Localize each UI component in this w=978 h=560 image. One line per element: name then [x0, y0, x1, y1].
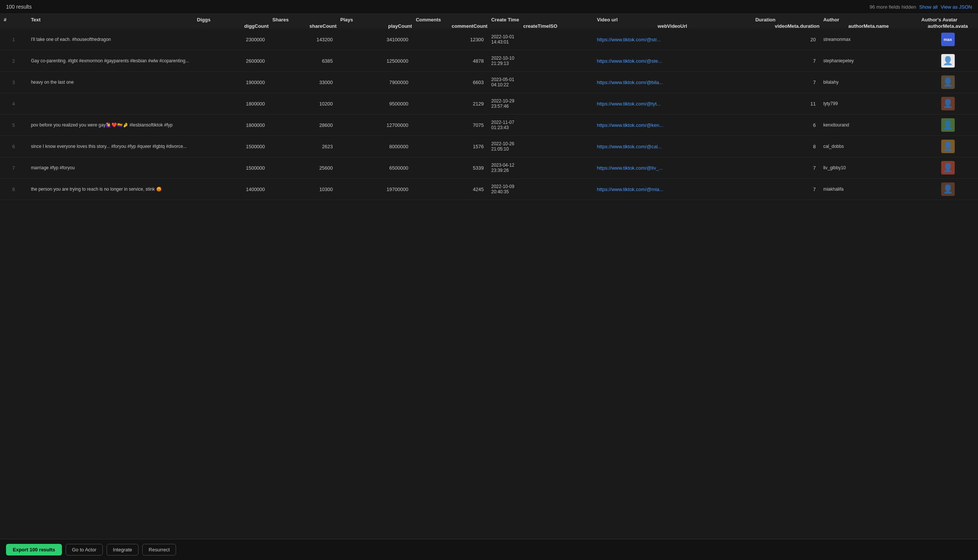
row-comments: 12300	[412, 29, 488, 50]
export-button[interactable]: Export 100 results	[6, 544, 62, 555]
row-comments: 1576	[412, 136, 488, 157]
row-author: stephaniepetey	[820, 50, 918, 72]
row-createtime: 2023-05-01 04:10:22	[488, 72, 593, 93]
row-shares: 2623	[269, 136, 337, 157]
row-comments: 4878	[412, 50, 488, 72]
row-number: 1	[0, 29, 27, 50]
sub-videourl: webVideoUrl	[593, 23, 751, 29]
hidden-fields-label: 96 more fields hidden	[870, 4, 916, 10]
avatar-image: 👤	[941, 182, 955, 196]
row-videourl[interactable]: https://www.tiktok.com/@ken...	[593, 115, 751, 136]
avatar: 👤	[921, 75, 974, 89]
row-comments: 5339	[412, 157, 488, 179]
row-duration: 7	[752, 50, 820, 72]
table-container: # Text Diggs Shares Plays Comments Creat…	[0, 14, 978, 539]
column-subheaders: diggCount shareCount playCount commentCo…	[0, 23, 978, 29]
col-header-plays: Plays	[337, 14, 412, 23]
avatar: 👤	[921, 97, 974, 110]
row-avatar: 👤	[918, 179, 978, 200]
video-url-link[interactable]: https://www.tiktok.com/@mia...	[597, 187, 672, 192]
video-url-link[interactable]: https://www.tiktok.com/@liv_...	[597, 165, 672, 171]
row-shares: 143200	[269, 29, 337, 50]
avatar: 👤	[921, 54, 974, 68]
row-avatar: 👤	[918, 115, 978, 136]
row-comments: 7075	[412, 115, 488, 136]
row-videourl[interactable]: https://www.tiktok.com/@tyt...	[593, 93, 751, 115]
row-avatar: 👤	[918, 72, 978, 93]
row-text: heavy on the last one	[27, 72, 193, 93]
row-diggs: 1400000	[193, 179, 269, 200]
resurrect-button[interactable]: Resurrect	[142, 544, 176, 555]
row-createtime: 2022-10-01 14:43:01	[488, 29, 593, 50]
col-header-diggs: Diggs	[193, 14, 269, 23]
avatar-image: 👤	[941, 161, 955, 175]
avatar-image: 👤	[941, 118, 955, 132]
row-videourl[interactable]: https://www.tiktok.com/@bila...	[593, 72, 751, 93]
table-body: 1I'll take one of each. #houseofthedrago…	[0, 29, 978, 200]
row-diggs: 1900000	[193, 72, 269, 93]
row-author: streamonmax	[820, 29, 918, 50]
row-number: 5	[0, 115, 27, 136]
row-number: 6	[0, 136, 27, 157]
row-duration: 7	[752, 157, 820, 179]
row-text: since I know everyone loves this story..…	[27, 136, 193, 157]
video-url-link[interactable]: https://www.tiktok.com/@ken...	[597, 122, 672, 128]
row-createtime: 2022-10-10 21:29:13	[488, 50, 593, 72]
row-createtime: 2022-10-26 21:05:10	[488, 136, 593, 157]
integrate-button[interactable]: Integrate	[107, 544, 138, 555]
col-header-comments: Comments	[412, 14, 488, 23]
row-videourl[interactable]: https://www.tiktok.com/@str...	[593, 29, 751, 50]
row-text: the person you are trying to reach is no…	[27, 179, 193, 200]
sub-comments: commentCount	[412, 23, 488, 29]
row-plays: 8000000	[337, 136, 412, 157]
row-diggs: 1500000	[193, 136, 269, 157]
row-shares: 25600	[269, 157, 337, 179]
row-shares: 33000	[269, 72, 337, 93]
view-json-button[interactable]: View as JSON	[940, 4, 972, 10]
row-number: 4	[0, 93, 27, 115]
avatar: max	[921, 33, 974, 46]
row-duration: 8	[752, 136, 820, 157]
row-plays: 9500000	[337, 93, 412, 115]
row-avatar: 👤	[918, 136, 978, 157]
row-author: kenxitourand	[820, 115, 918, 136]
row-videourl[interactable]: https://www.tiktok.com/@cal...	[593, 136, 751, 157]
table-row: 8the person you are trying to reach is n…	[0, 179, 978, 200]
row-diggs: 1800000	[193, 93, 269, 115]
row-diggs: 2300000	[193, 29, 269, 50]
row-plays: 12700000	[337, 115, 412, 136]
show-all-button[interactable]: Show all	[919, 4, 938, 10]
video-url-link[interactable]: https://www.tiktok.com/@cal...	[597, 144, 672, 149]
row-comments: 6603	[412, 72, 488, 93]
bottom-bar: Export 100 results Go to Actor Integrate…	[0, 539, 978, 560]
row-avatar: max	[918, 29, 978, 50]
row-videourl[interactable]: https://www.tiktok.com/@mia...	[593, 179, 751, 200]
row-shares: 10200	[269, 93, 337, 115]
row-duration: 20	[752, 29, 820, 50]
table-row: 2Gay co-parenting. #lgbt #exmormon #gayp…	[0, 50, 978, 72]
avatar: 👤	[921, 182, 974, 196]
row-videourl[interactable]: https://www.tiktok.com/@liv_...	[593, 157, 751, 179]
col-header-author: Author	[820, 14, 918, 23]
row-createtime: 2022-10-09 20:40:35	[488, 179, 593, 200]
video-url-link[interactable]: https://www.tiktok.com/@bila...	[597, 80, 672, 85]
row-diggs: 2600000	[193, 50, 269, 72]
video-url-link[interactable]: https://www.tiktok.com/@tyt...	[597, 101, 672, 107]
row-author: cal_dobbs	[820, 136, 918, 157]
row-text: marriage #fyp #foryou	[27, 157, 193, 179]
results-table: # Text Diggs Shares Plays Comments Creat…	[0, 14, 978, 200]
row-plays: 12500000	[337, 50, 412, 72]
row-videourl[interactable]: https://www.tiktok.com/@ste...	[593, 50, 751, 72]
go-to-actor-button[interactable]: Go to Actor	[66, 544, 103, 555]
row-plays: 19700000	[337, 179, 412, 200]
row-plays: 7900000	[337, 72, 412, 93]
row-text: Gay co-parenting. #lgbt #exmormon #gaypa…	[27, 50, 193, 72]
video-url-link[interactable]: https://www.tiktok.com/@str...	[597, 37, 672, 42]
row-diggs: 1800000	[193, 115, 269, 136]
video-url-link[interactable]: https://www.tiktok.com/@ste...	[597, 58, 672, 64]
sub-createtime: createTimeISO	[488, 23, 593, 29]
sub-author: authorMeta.name	[820, 23, 918, 29]
table-row: 4180000010200950000021292022-10-29 23:57…	[0, 93, 978, 115]
row-comments: 4245	[412, 179, 488, 200]
table-row: 7marriage #fyp #foryou150000025600650000…	[0, 157, 978, 179]
